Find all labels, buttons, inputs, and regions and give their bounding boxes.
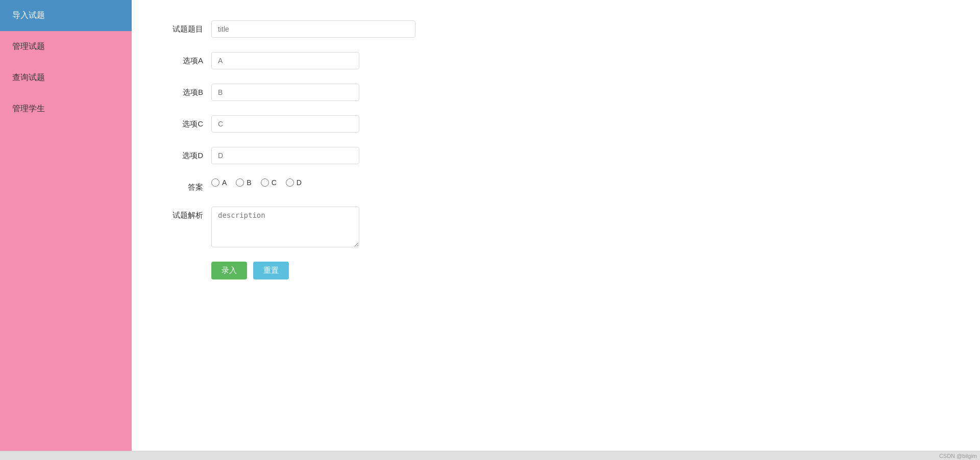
sidebar-item-query[interactable]: 查询试题 xyxy=(0,62,132,93)
answer-option-d-label: D xyxy=(297,178,302,187)
watermark: CSDN @bilgim xyxy=(936,452,980,460)
option-b-input[interactable] xyxy=(211,84,359,101)
answer-row: 答案 A B C D xyxy=(162,178,949,192)
option-a-label: 选项A xyxy=(162,52,203,66)
sidebar-item-import[interactable]: 导入试题 xyxy=(0,0,132,31)
option-b-row: 选项B xyxy=(162,84,949,101)
main-content: 试题题目 选项A 选项B 选项C 选项D 答案 A B xyxy=(132,0,980,460)
answer-option-a-label: A xyxy=(222,178,227,187)
option-a-input[interactable] xyxy=(211,52,359,69)
sidebar-item-manage[interactable]: 管理试题 xyxy=(0,31,132,62)
option-c-input[interactable] xyxy=(211,115,359,133)
sidebar: 导入试题 管理试题 查询试题 管理学生 xyxy=(0,0,132,460)
title-input[interactable] xyxy=(211,20,415,38)
answer-radio-d[interactable] xyxy=(286,178,294,187)
answer-radio-a[interactable] xyxy=(211,178,219,187)
bottom-bar: CSDN @bilgim xyxy=(0,451,980,460)
title-label: 试题题目 xyxy=(162,20,203,34)
option-c-row: 选项C xyxy=(162,115,949,133)
answer-option-c[interactable]: C xyxy=(261,178,277,187)
answer-option-c-label: C xyxy=(272,178,277,187)
answer-option-a[interactable]: A xyxy=(211,178,227,187)
answer-option-b[interactable]: B xyxy=(236,178,251,187)
description-row: 试题解析 xyxy=(162,207,949,247)
description-input[interactable] xyxy=(211,207,359,247)
option-b-label: 选项B xyxy=(162,84,203,97)
answer-radio-b[interactable] xyxy=(236,178,244,187)
answer-option-b-label: B xyxy=(247,178,251,187)
answer-label: 答案 xyxy=(162,178,203,192)
title-row: 试题题目 xyxy=(162,20,949,38)
submit-button[interactable]: 录入 xyxy=(211,262,247,279)
description-label: 试题解析 xyxy=(162,207,203,220)
option-d-input[interactable] xyxy=(211,147,359,164)
option-d-row: 选项D xyxy=(162,147,949,164)
option-c-label: 选项C xyxy=(162,115,203,129)
option-a-row: 选项A xyxy=(162,52,949,69)
reset-button[interactable]: 重置 xyxy=(253,262,289,279)
answer-group: A B C D xyxy=(211,178,302,187)
button-group: 录入 重置 xyxy=(211,262,949,279)
answer-radio-c[interactable] xyxy=(261,178,269,187)
sidebar-item-students[interactable]: 管理学生 xyxy=(0,93,132,124)
answer-option-d[interactable]: D xyxy=(286,178,302,187)
option-d-label: 选项D xyxy=(162,147,203,161)
